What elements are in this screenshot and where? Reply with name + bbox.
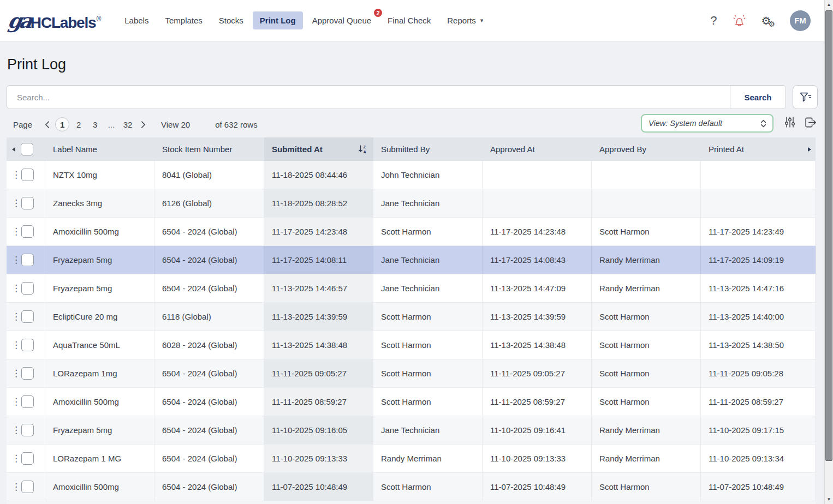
row-controls: ⋮ xyxy=(7,218,45,245)
cell-stock-item-number: 6504 - 2024 (Global) xyxy=(154,445,264,472)
filter-button[interactable] xyxy=(793,85,818,109)
svg-text:A: A xyxy=(364,149,367,154)
nav-item-label: Templates xyxy=(165,16,202,25)
scroll-down-icon[interactable]: ▼ xyxy=(825,495,833,504)
row-checkbox[interactable] xyxy=(21,339,34,351)
row-checkbox[interactable] xyxy=(21,282,34,295)
table-row[interactable]: ⋮Fryazepam 5mg6504 - 2024 (Global)11-17-… xyxy=(7,246,816,274)
app-logo[interactable]: ga HCLabels ® xyxy=(8,9,101,33)
table-row[interactable]: ⋮AquaTrance 50mL6028 - 2024 (Global)11-1… xyxy=(7,331,816,359)
previous-page-button[interactable] xyxy=(40,117,54,131)
cell-approved-by: Randy Merriman xyxy=(592,246,701,274)
avatar[interactable]: FM xyxy=(790,10,811,31)
row-menu-icon[interactable]: ⋮ xyxy=(11,424,16,436)
table-row[interactable]: ⋮EcliptiCure 20 mg6118 (Global)11-13-202… xyxy=(7,303,816,331)
export-icon[interactable] xyxy=(804,117,817,128)
search-input[interactable] xyxy=(7,86,730,109)
help-icon[interactable]: ? xyxy=(710,14,717,28)
cell-approved-at: 11-10-2025 09:16:41 xyxy=(483,416,592,444)
table-row[interactable]: ⋮Zanecks 3mg6126 (Global)11-18-2025 08:2… xyxy=(7,189,816,218)
table-header-row: Label Name Stock Item Number Submitted A… xyxy=(7,137,816,161)
column-header-approved-at[interactable]: Approved At xyxy=(483,137,592,161)
view-select[interactable]: View: System default xyxy=(641,114,773,133)
page-content: Print Log Search Page 123...32 View 20 o… xyxy=(0,41,824,504)
nav-item-final-check[interactable]: Final Check xyxy=(380,11,438,29)
cell-approved-by: Scott Harmon xyxy=(592,473,701,501)
cell-label-name: NZTX 10mg xyxy=(45,161,154,189)
nav-item-labels[interactable]: Labels xyxy=(117,11,156,29)
row-checkbox[interactable] xyxy=(21,197,34,209)
table-row[interactable]: ⋮Amoxicillin 500mg6504 - 2024 (Global)11… xyxy=(7,473,816,501)
page-number-1[interactable]: 1 xyxy=(55,117,69,131)
select-all-checkbox[interactable] xyxy=(21,143,33,155)
row-menu-icon[interactable]: ⋮ xyxy=(11,254,16,266)
row-menu-icon[interactable]: ⋮ xyxy=(11,311,16,322)
column-header-approved-by[interactable]: Approved By xyxy=(592,137,701,161)
settings-gears-icon[interactable]: ⚙ ⚙ xyxy=(761,13,776,28)
page-number-32[interactable]: 32 xyxy=(121,117,135,131)
row-checkbox[interactable] xyxy=(21,395,34,408)
nav-item-approval-queue[interactable]: Approval Queue2 xyxy=(305,11,378,29)
row-menu-icon[interactable]: ⋮ xyxy=(11,453,16,464)
scroll-up-icon[interactable]: ▲ xyxy=(825,0,833,9)
row-menu-icon[interactable]: ⋮ xyxy=(11,283,16,294)
cell-printed-at xyxy=(701,161,816,189)
view-count-control[interactable]: View 20 xyxy=(161,120,190,129)
dropdown-caret-icon: ▾ xyxy=(480,17,484,24)
row-menu-icon[interactable]: ⋮ xyxy=(11,169,16,181)
next-page-button[interactable] xyxy=(136,117,150,131)
vertical-scrollbar[interactable]: ▲ ▼ xyxy=(824,0,833,504)
table-row[interactable]: ⋮NZTX 10mg8041 (Global)11-18-2025 08:44:… xyxy=(7,161,816,189)
page-number-2[interactable]: 2 xyxy=(72,117,86,131)
row-menu-icon[interactable]: ⋮ xyxy=(11,396,16,407)
row-menu-icon[interactable]: ⋮ xyxy=(11,481,16,493)
registered-trademark: ® xyxy=(96,15,101,23)
nav-item-reports[interactable]: Reports▾ xyxy=(440,11,490,29)
scroll-columns-left-icon[interactable] xyxy=(11,147,16,152)
main-nav: LabelsTemplatesStocksPrint LogApproval Q… xyxy=(117,11,490,29)
row-menu-icon[interactable]: ⋮ xyxy=(11,368,16,379)
nav-item-templates[interactable]: Templates xyxy=(158,11,209,29)
nav-item-label: Final Check xyxy=(388,16,431,25)
table-row[interactable]: ⋮Fryazepam 5mg6504 - 2024 (Global)11-10-… xyxy=(7,416,816,445)
table-row[interactable]: ⋮Fryazepam 5mg6504 - 2024 (Global)11-13-… xyxy=(7,274,816,303)
nav-item-label: Labels xyxy=(124,16,148,25)
cell-submitted-at: 11-07-2025 10:48:49 xyxy=(264,473,373,501)
nav-item-stocks[interactable]: Stocks xyxy=(212,11,251,29)
table-row[interactable]: ⋮LORazepam 1 MG6504 - 2024 (Global)11-10… xyxy=(7,445,816,473)
column-header-submitted-by[interactable]: Submitted By xyxy=(373,137,483,161)
column-settings-sliders-icon[interactable] xyxy=(784,116,795,128)
cell-submitted-at: 11-13-2025 14:39:59 xyxy=(264,303,373,331)
row-checkbox[interactable] xyxy=(21,310,34,323)
row-checkbox[interactable] xyxy=(21,367,34,380)
row-checkbox[interactable] xyxy=(21,254,34,266)
row-controls: ⋮ xyxy=(7,416,45,444)
nav-item-print-log[interactable]: Print Log xyxy=(253,11,303,29)
row-menu-icon[interactable]: ⋮ xyxy=(11,339,16,351)
table-row[interactable]: ⋮LORazepam 1mg6504 - 2024 (Global)11-11-… xyxy=(7,359,816,388)
cell-stock-item-number: 6126 (Global) xyxy=(154,189,264,217)
cell-label-name: LORazepam 1mg xyxy=(45,359,154,387)
notifications-bell-icon[interactable] xyxy=(732,13,747,28)
table-row[interactable]: ⋮Amoxicillin 500mg6504 - 2024 (Global)11… xyxy=(7,218,816,246)
cell-approved-at: 11-07-2025 10:48:49 xyxy=(483,473,592,501)
column-header-printed-at[interactable]: Printed At xyxy=(701,137,816,161)
scroll-columns-right-icon[interactable] xyxy=(807,137,812,161)
row-menu-icon[interactable]: ⋮ xyxy=(11,197,16,209)
top-navigation: ga HCLabels ® LabelsTemplatesStocksPrint… xyxy=(0,0,824,41)
row-checkbox[interactable] xyxy=(21,424,34,436)
page-number-3[interactable]: 3 xyxy=(88,117,102,131)
page-label: Page xyxy=(13,120,32,129)
table-row[interactable]: ⋮Amoxicillin 500mg6504 - 2024 (Global)11… xyxy=(7,388,816,416)
column-header-submitted-at[interactable]: Submitted At Z A xyxy=(264,137,373,161)
column-header-label-name[interactable]: Label Name xyxy=(45,137,154,161)
row-checkbox[interactable] xyxy=(21,225,34,238)
row-checkbox[interactable] xyxy=(21,169,34,181)
column-header-stock-item-number[interactable]: Stock Item Number xyxy=(154,137,264,161)
search-button[interactable]: Search xyxy=(730,86,786,109)
row-checkbox[interactable] xyxy=(21,452,34,465)
scrollbar-thumb[interactable] xyxy=(825,10,832,461)
nav-item-label: Reports xyxy=(447,16,476,25)
row-checkbox[interactable] xyxy=(21,481,34,493)
row-menu-icon[interactable]: ⋮ xyxy=(11,226,16,237)
